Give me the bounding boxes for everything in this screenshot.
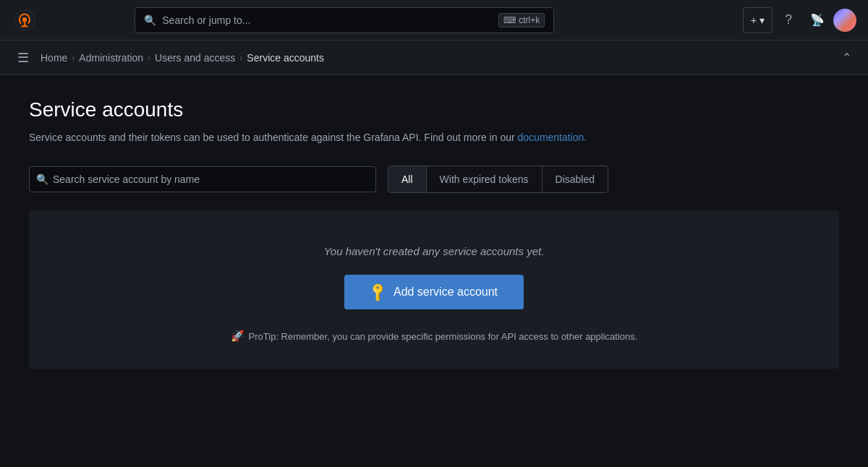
svg-rect-3 — [21, 25, 28, 27]
grafana-logo[interactable] — [12, 7, 38, 33]
rocket-icon: 🚀 — [231, 330, 244, 343]
keyboard-icon: ⌨ — [503, 15, 516, 25]
help-button[interactable]: ? — [775, 7, 801, 33]
filter-tabs: All With expired tokens Disabled — [388, 166, 608, 193]
filter-tab-all[interactable]: All — [388, 166, 427, 192]
page-description: Service accounts and their tokens can be… — [29, 130, 839, 145]
add-service-account-label: Add service account — [393, 286, 498, 299]
documentation-link[interactable]: documentation. — [518, 132, 587, 143]
main-content: Service accounts Service accounts and th… — [0, 75, 868, 392]
breadcrumb: Home › Administration › Users and access… — [41, 52, 324, 64]
empty-state-message: You haven't created any service accounts… — [324, 245, 545, 257]
key-icon: 🔑 — [367, 280, 389, 303]
rss-icon: 📡 — [810, 13, 825, 27]
filter-tab-expired[interactable]: With expired tokens — [427, 166, 542, 192]
search-icon: 🔍 — [144, 14, 156, 26]
topnav-actions: + ▾ ? 📡 — [743, 7, 856, 33]
chevron-up-icon: ⌃ — [842, 51, 851, 64]
filter-tab-disabled[interactable]: Disabled — [542, 166, 608, 192]
breadcrumb-admin[interactable]: Administration — [79, 52, 143, 64]
search-input[interactable] — [29, 166, 376, 192]
new-button[interactable]: + ▾ — [743, 7, 773, 33]
search-input-icon: 🔍 — [36, 173, 48, 185]
avatar[interactable] — [833, 9, 856, 32]
breadcrumb-home[interactable]: Home — [41, 52, 67, 64]
page-title: Service accounts — [29, 98, 839, 121]
top-navigation: 🔍 Search or jump to... ⌨ ctrl+k + ▾ ? 📡 — [0, 0, 868, 40]
breadcrumb-users-access[interactable]: Users and access — [155, 52, 235, 64]
protip-text: ProTip: Remember, you can provide specif… — [249, 331, 638, 342]
chevron-down-icon: ▾ — [760, 14, 765, 26]
hamburger-icon: ☰ — [17, 50, 29, 66]
news-button[interactable]: 📡 — [804, 7, 830, 33]
breadcrumb-sep-2: › — [148, 53, 150, 63]
breadcrumb-bar: ☰ Home › Administration › Users and acce… — [0, 40, 868, 75]
breadcrumb-collapse-button[interactable]: ⌃ — [836, 48, 856, 68]
global-search[interactable]: 🔍 Search or jump to... ⌨ ctrl+k — [135, 7, 554, 33]
plus-icon: + — [751, 14, 757, 26]
add-service-account-button[interactable]: 🔑 Add service account — [344, 275, 524, 309]
svg-point-1 — [22, 17, 27, 22]
search-shortcut: ⌨ ctrl+k — [498, 13, 545, 27]
search-placeholder-text: Search or jump to... — [162, 14, 493, 26]
filter-row: 🔍 All With expired tokens Disabled — [29, 166, 839, 193]
page-desc-text: Service accounts and their tokens can be… — [29, 132, 515, 143]
breadcrumb-sep-1: › — [72, 53, 75, 63]
breadcrumb-current: Service accounts — [247, 52, 324, 64]
breadcrumb-sep-3: › — [239, 53, 242, 63]
search-wrap: 🔍 — [29, 166, 376, 192]
protip: 🚀 ProTip: Remember, you can provide spec… — [231, 330, 638, 343]
menu-toggle-button[interactable]: ☰ — [12, 46, 35, 69]
empty-state-card: You haven't created any service accounts… — [29, 210, 839, 369]
question-icon: ? — [785, 12, 792, 27]
